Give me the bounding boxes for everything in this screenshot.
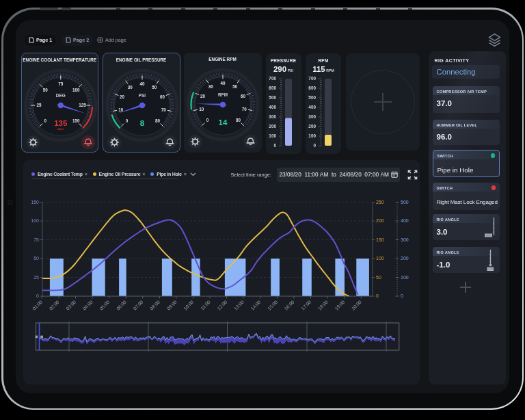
svg-text:0: 0 xyxy=(376,293,379,298)
svg-text:15:00: 15:00 xyxy=(267,300,278,311)
svg-text:200: 200 xyxy=(401,256,409,261)
svg-text:0: 0 xyxy=(401,293,403,298)
svg-text:0: 0 xyxy=(273,143,276,148)
svg-text:250: 250 xyxy=(376,200,384,205)
svg-text:25: 25 xyxy=(33,275,39,280)
svg-text:100: 100 xyxy=(376,256,384,261)
svg-text:200: 200 xyxy=(308,124,316,129)
svg-text:150: 150 xyxy=(72,118,80,123)
svg-text:11:00: 11:00 xyxy=(200,300,211,311)
svg-text:10:00: 10:00 xyxy=(183,300,194,311)
svg-text:alert: alert xyxy=(57,127,64,131)
svg-text:500: 500 xyxy=(269,95,276,100)
svg-text:80: 80 xyxy=(154,118,160,123)
svg-text:70: 70 xyxy=(241,107,247,111)
svg-text:300: 300 xyxy=(401,237,409,242)
svg-text:60: 60 xyxy=(159,94,165,99)
svg-text:10: 10 xyxy=(118,107,124,112)
svg-text:125: 125 xyxy=(79,103,86,107)
svg-text:50: 50 xyxy=(232,84,238,89)
svg-text:10: 10 xyxy=(199,107,204,111)
svg-text:0: 0 xyxy=(44,118,46,123)
svg-text:70: 70 xyxy=(161,107,166,112)
svg-text:RPM: RPM xyxy=(217,92,227,97)
svg-text:14:00: 14:00 xyxy=(250,300,262,311)
svg-text:0: 0 xyxy=(36,293,39,298)
svg-text:DEG: DEG xyxy=(55,93,65,98)
svg-text:50: 50 xyxy=(376,275,381,280)
svg-text:135: 135 xyxy=(54,119,68,127)
svg-text:13:00: 13:00 xyxy=(233,300,245,311)
svg-text:100: 100 xyxy=(401,275,409,280)
svg-text:75: 75 xyxy=(58,81,64,86)
svg-text:200: 200 xyxy=(376,218,384,223)
svg-text:80: 80 xyxy=(235,118,241,122)
svg-text:50: 50 xyxy=(152,85,157,90)
svg-text:0: 0 xyxy=(125,118,128,123)
svg-text:200: 200 xyxy=(269,124,276,129)
svg-text:600: 600 xyxy=(308,86,316,90)
svg-text:20: 20 xyxy=(200,94,206,99)
svg-text:75: 75 xyxy=(33,237,39,242)
svg-text:03:00: 03:00 xyxy=(65,300,77,311)
svg-text:400: 400 xyxy=(308,105,316,109)
svg-text:600: 600 xyxy=(269,86,276,90)
svg-text:60: 60 xyxy=(240,94,245,99)
svg-text:19:00: 19:00 xyxy=(334,300,345,311)
svg-text:01:00: 01:00 xyxy=(31,300,43,311)
svg-text:25: 25 xyxy=(36,103,42,107)
svg-text:16:00: 16:00 xyxy=(284,300,295,311)
svg-text:04:00: 04:00 xyxy=(82,300,94,311)
svg-text:100: 100 xyxy=(308,133,316,138)
svg-text:300: 300 xyxy=(269,114,276,119)
svg-text:500: 500 xyxy=(401,200,409,205)
svg-text:500: 500 xyxy=(308,95,316,100)
svg-text:100: 100 xyxy=(269,133,276,138)
svg-text:05:00: 05:00 xyxy=(98,300,110,311)
svg-text:12:00: 12:00 xyxy=(216,300,228,311)
svg-text:20: 20 xyxy=(120,94,125,99)
svg-text:06:00: 06:00 xyxy=(116,300,127,311)
svg-text:700: 700 xyxy=(308,76,316,81)
svg-text:08:00: 08:00 xyxy=(149,300,161,311)
svg-text:50: 50 xyxy=(42,88,48,92)
svg-text:50: 50 xyxy=(33,256,39,261)
svg-text:150: 150 xyxy=(31,200,39,205)
svg-text:07:00: 07:00 xyxy=(133,300,144,311)
svg-text:30: 30 xyxy=(208,84,213,89)
svg-text:17:00: 17:00 xyxy=(300,300,312,311)
svg-text:150: 150 xyxy=(376,237,384,242)
svg-text:PSI: PSI xyxy=(138,93,146,98)
svg-text:14: 14 xyxy=(218,118,227,127)
svg-text:300: 300 xyxy=(308,114,316,119)
svg-text:40: 40 xyxy=(139,81,145,86)
svg-text:18:00: 18:00 xyxy=(317,300,329,311)
svg-text:100: 100 xyxy=(72,88,80,92)
svg-text:0: 0 xyxy=(206,118,208,122)
svg-text:30: 30 xyxy=(127,85,133,90)
svg-text:700: 700 xyxy=(269,76,276,81)
svg-text:09:00: 09:00 xyxy=(166,300,178,311)
svg-text:8: 8 xyxy=(139,119,144,127)
svg-text:40: 40 xyxy=(220,81,226,86)
svg-text:400: 400 xyxy=(401,218,409,223)
svg-text:20:00: 20:00 xyxy=(351,300,362,311)
svg-text:02:00: 02:00 xyxy=(49,300,60,311)
svg-text:0: 0 xyxy=(313,143,316,148)
svg-text:400: 400 xyxy=(269,105,276,109)
svg-text:100: 100 xyxy=(31,218,39,223)
